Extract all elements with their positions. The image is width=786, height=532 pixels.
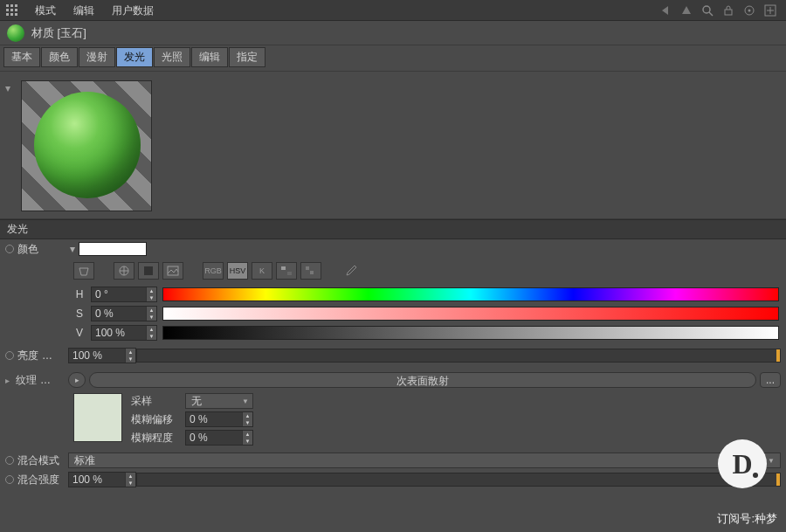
material-ball-icon bbox=[7, 24, 24, 42]
eyedropper-icon[interactable] bbox=[341, 262, 362, 280]
svg-rect-27 bbox=[310, 271, 314, 274]
wheel-icon[interactable] bbox=[114, 262, 134, 280]
color-chip-dropdown-icon[interactable]: ▾ bbox=[68, 242, 77, 256]
v-value-input[interactable]: 100 %▲▼ bbox=[91, 325, 157, 341]
blur-offset-down[interactable]: ▼ bbox=[242, 419, 252, 426]
nav-up-icon[interactable] bbox=[679, 3, 693, 17]
color-tool-row: RGB HSV K bbox=[0, 259, 786, 285]
search-icon[interactable] bbox=[700, 3, 714, 17]
kelvin-mode-button[interactable]: K bbox=[252, 262, 272, 280]
row-color: 颜色 ▾ bbox=[0, 239, 786, 259]
s-value-input[interactable]: 0 %▲▼ bbox=[91, 306, 157, 321]
brightness-step-down[interactable]: ▼ bbox=[125, 356, 135, 363]
mix-strength-up[interactable]: ▲ bbox=[125, 473, 135, 480]
v-step-up[interactable]: ▲ bbox=[146, 326, 156, 333]
svg-rect-24 bbox=[306, 266, 309, 270]
preview-collapse-icon[interactable]: ▾ bbox=[5, 82, 10, 94]
color-swatch[interactable] bbox=[79, 242, 147, 256]
svg-rect-0 bbox=[6, 4, 9, 7]
label-mix-mode: 混合模式 bbox=[17, 453, 59, 468]
mix-strength-down[interactable]: ▼ bbox=[125, 480, 135, 487]
menu-userdata[interactable]: 用户数据 bbox=[103, 0, 162, 21]
mix-strength-input[interactable]: 100 %▲▼ bbox=[68, 472, 136, 487]
brightness-ellipsis: … bbox=[42, 349, 52, 362]
hsv-mode-button[interactable]: HSV bbox=[227, 262, 248, 280]
tab-color[interactable]: 颜色 bbox=[41, 47, 78, 67]
hsv-v-row: V 100 %▲▼ bbox=[0, 323, 786, 342]
s-slider[interactable] bbox=[162, 307, 779, 321]
mixmode-anim-toggle[interactable] bbox=[5, 456, 14, 465]
hsv-h-row: H 0 °▲▼ bbox=[0, 285, 786, 304]
texture-disclosure-icon[interactable]: ▸ bbox=[5, 376, 12, 385]
preview-area: ▾ bbox=[0, 72, 786, 219]
color-anim-toggle[interactable] bbox=[5, 245, 14, 253]
svg-rect-22 bbox=[281, 266, 286, 270]
brightness-input[interactable]: 100 %▲▼ bbox=[68, 348, 136, 363]
row-texture: ▸ 纹理 … ▸ 次表面散射 ... bbox=[0, 370, 786, 390]
svg-rect-2 bbox=[15, 4, 17, 7]
blur-scale-up[interactable]: ▲ bbox=[242, 431, 252, 438]
svg-rect-7 bbox=[10, 13, 13, 16]
brightness-step-up[interactable]: ▲ bbox=[125, 349, 135, 356]
mixer-icon[interactable] bbox=[276, 262, 297, 280]
rgb-mode-button[interactable]: RGB bbox=[203, 262, 224, 280]
picture-icon[interactable] bbox=[162, 262, 183, 280]
spectrum-icon[interactable] bbox=[138, 262, 159, 280]
brightness-anim-toggle[interactable] bbox=[5, 351, 14, 360]
mix-mode-dropdown[interactable]: 标准▼ bbox=[68, 453, 781, 468]
svg-point-13 bbox=[748, 9, 751, 11]
target-icon[interactable] bbox=[742, 3, 756, 17]
blur-scale-input[interactable]: 0 %▲▼ bbox=[185, 430, 253, 446]
brightness-slider[interactable] bbox=[136, 349, 781, 363]
s-step-up[interactable]: ▲ bbox=[146, 307, 156, 314]
hsv-s-row: S 0 %▲▼ bbox=[0, 304, 786, 323]
tab-assign[interactable]: 指定 bbox=[229, 47, 265, 67]
tab-basic[interactable]: 基本 bbox=[3, 47, 40, 67]
label-brightness: 亮度 bbox=[17, 349, 38, 363]
texture-play-button[interactable]: ▸ bbox=[68, 372, 86, 388]
blur-scale-down[interactable]: ▼ bbox=[242, 438, 252, 445]
swatches-icon[interactable] bbox=[300, 262, 321, 280]
mix-strength-slider[interactable] bbox=[136, 473, 781, 487]
blur-offset-input[interactable]: 0 %▲▼ bbox=[185, 411, 253, 427]
new-tag-icon[interactable] bbox=[763, 3, 777, 17]
menubar-right-icons bbox=[658, 3, 781, 17]
sampling-dropdown[interactable]: 无▼ bbox=[185, 393, 253, 409]
material-preview-thumb[interactable] bbox=[21, 80, 152, 211]
svg-rect-26 bbox=[306, 271, 309, 274]
tab-diffuse[interactable]: 漫射 bbox=[79, 47, 115, 67]
label-sampling: 采样 bbox=[131, 394, 180, 409]
menu-edit[interactable]: 编辑 bbox=[65, 0, 103, 21]
svg-rect-20 bbox=[144, 266, 153, 275]
material-header: 材质 [玉石] bbox=[0, 21, 786, 45]
h-value-input[interactable]: 0 °▲▼ bbox=[91, 287, 157, 302]
v-label: V bbox=[73, 327, 86, 339]
svg-rect-25 bbox=[310, 266, 314, 270]
texture-browse-button[interactable]: ... bbox=[760, 372, 781, 388]
nav-back-icon[interactable] bbox=[658, 3, 672, 17]
tab-illumination[interactable]: 光照 bbox=[154, 47, 190, 67]
v-step-down[interactable]: ▼ bbox=[146, 333, 156, 340]
blur-offset-up[interactable]: ▲ bbox=[242, 412, 252, 419]
mixstrength-anim-toggle[interactable] bbox=[5, 475, 14, 484]
s-step-down[interactable]: ▼ bbox=[146, 314, 156, 321]
svg-rect-21 bbox=[168, 266, 178, 275]
h-step-down[interactable]: ▼ bbox=[146, 294, 156, 301]
bucket-icon[interactable] bbox=[73, 262, 94, 280]
tab-luminance[interactable]: 发光 bbox=[116, 47, 153, 67]
v-slider[interactable] bbox=[162, 326, 779, 340]
label-mix-strength: 混合强度 bbox=[17, 473, 59, 487]
app-grid-icon[interactable] bbox=[5, 3, 19, 17]
menu-mode[interactable]: 模式 bbox=[26, 0, 65, 21]
label-blur-offset: 模糊偏移 bbox=[131, 412, 180, 427]
h-step-up[interactable]: ▲ bbox=[146, 287, 156, 294]
texture-ellipsis: … bbox=[40, 374, 51, 386]
h-slider[interactable] bbox=[162, 287, 779, 301]
section-header-luminance: 发光 bbox=[0, 219, 786, 239]
svg-line-10 bbox=[709, 12, 713, 16]
lock-icon[interactable] bbox=[721, 3, 735, 17]
tab-edit[interactable]: 编辑 bbox=[191, 47, 228, 67]
texture-name-field[interactable]: 次表面散射 bbox=[89, 372, 756, 388]
preview-sphere bbox=[34, 92, 141, 198]
texture-sample-swatch[interactable] bbox=[73, 393, 122, 442]
